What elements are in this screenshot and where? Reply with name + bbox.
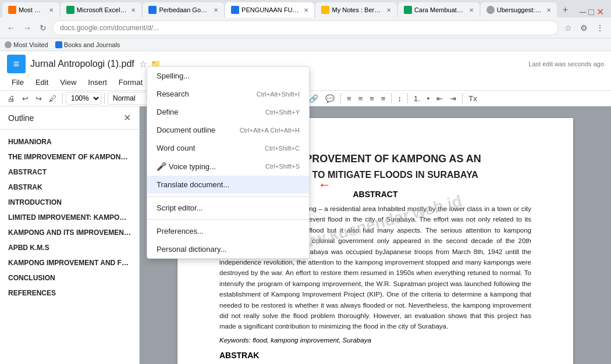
- align-right[interactable]: ≡: [367, 92, 377, 105]
- address-bar[interactable]: docs.google.com/document/d/...: [52, 20, 559, 35]
- align-center[interactable]: ≡: [356, 92, 366, 105]
- tab-uber[interactable]: Ubersuggest: your frie... ✕: [481, 2, 557, 17]
- menu-item-translate[interactable]: Translate document... ←: [147, 176, 309, 194]
- redo-button[interactable]: ↪: [33, 92, 45, 105]
- tab-close-2[interactable]: ✕: [131, 7, 136, 13]
- sidebar-item-introduction[interactable]: INTRODUCTION: [0, 195, 139, 210]
- tab-active[interactable]: PENGUNAAN FUNGSI ... ✕: [225, 2, 314, 17]
- sidebar: Outline ✕ HUMANIORA THE IMPROVEMENT OF K…: [0, 106, 140, 364]
- menu-item-script-editor[interactable]: Script editor...: [147, 199, 309, 217]
- toolbar-sep-7: [340, 93, 341, 104]
- menu-dots[interactable]: ⋮: [594, 21, 606, 35]
- reload-button[interactable]: ↻: [37, 21, 49, 35]
- menu-shortcut-voice: Ctrl+Shift+S: [265, 163, 300, 170]
- undo-button[interactable]: ↩: [19, 92, 31, 105]
- sidebar-close-button[interactable]: ✕: [123, 112, 131, 123]
- maximize-button[interactable]: □: [588, 7, 594, 17]
- menu-edit[interactable]: Edit: [31, 76, 53, 89]
- navigation-bar: ← → ↻ docs.google.com/document/d/... ☆ ⚙…: [0, 17, 611, 38]
- tab-favicon-5: [321, 6, 329, 14]
- menu-label-personal-dict: Personal dictionary...: [157, 245, 300, 254]
- tab-close-4[interactable]: ✕: [304, 7, 308, 13]
- print-button[interactable]: 🖨: [5, 92, 18, 105]
- sidebar-list: HUMANIORA THE IMPROVEMENT OF KAMPONG AS.…: [0, 130, 139, 364]
- menu-item-preferences[interactable]: Preferences...: [147, 222, 309, 240]
- menu-file[interactable]: File: [7, 76, 29, 89]
- star-icon[interactable]: ☆: [139, 59, 147, 70]
- tab-cara[interactable]: Cara Membuat Garis V... ✕: [398, 2, 479, 17]
- toolbar-sep-10: [462, 93, 463, 104]
- tab-most-visited[interactable]: Most Visited ✕: [2, 2, 59, 17]
- tab-favicon-7: [486, 6, 495, 14]
- sidebar-item-kampong-improvement[interactable]: KAMPONG AND ITS IMPROVEMENT D...: [0, 225, 139, 240]
- menu-view[interactable]: View: [55, 76, 81, 89]
- toolbar-sep-8: [391, 93, 392, 104]
- align-left[interactable]: ≡: [344, 92, 354, 105]
- menu-item-document-outline[interactable]: Document outline Ctrl+Alt+A Ctrl+Alt+H: [147, 121, 309, 139]
- sidebar-item-references[interactable]: REFERENCES: [0, 286, 139, 301]
- tab-close-5[interactable]: ✕: [386, 7, 391, 13]
- bookmark-most-visited[interactable]: Most Visited: [5, 41, 48, 48]
- indent-increase[interactable]: ⇥: [447, 92, 459, 105]
- sidebar-item-improvement[interactable]: THE IMPROVEMENT OF KAMPONG AS...: [0, 149, 139, 165]
- menu-format[interactable]: Format: [114, 76, 147, 89]
- sidebar-item-abstract[interactable]: ABSTRACT: [0, 165, 139, 180]
- sidebar-item-apbd[interactable]: APBD K.M.S: [0, 240, 139, 255]
- sidebar-item-conclusion[interactable]: CONCLUSION: [0, 270, 139, 286]
- bookmark-books-journals[interactable]: Books and Journals: [55, 41, 120, 48]
- sidebar-item-limited[interactable]: LIMITED IMPROVEMENT: KAMPONG I...: [0, 210, 139, 225]
- tab-google-ads[interactable]: Perbedaan Google Ads... ✕: [143, 2, 224, 17]
- tab-favicon-6: [404, 6, 412, 14]
- menu-item-personal-dictionary[interactable]: Personal dictionary...: [147, 240, 309, 258]
- bookmark-star[interactable]: ☆: [562, 21, 574, 35]
- menu-item-define[interactable]: Define Ctrl+Shift+Y: [147, 103, 309, 121]
- sidebar-item-humaniora[interactable]: HUMANIORA: [0, 134, 139, 149]
- tab-close-3[interactable]: ✕: [214, 7, 218, 13]
- doc-keywords: Keywords: flood, kampong improvement, Su…: [219, 337, 531, 344]
- menu-divider-2: [147, 219, 309, 220]
- comment-button[interactable]: 💬: [322, 92, 338, 105]
- tab-favicon-1: [8, 6, 16, 14]
- tab-label-6: Cara Membuat Garis V...: [414, 6, 464, 13]
- sidebar-item-abstrak[interactable]: ABSTRAK: [0, 180, 139, 195]
- tab-close-1[interactable]: ✕: [49, 7, 54, 13]
- tab-label-5: My Notes : Berbagi cat...: [332, 6, 382, 13]
- menu-shortcut-research: Ctrl+Alt+Shift+I: [257, 91, 300, 98]
- menu-insert[interactable]: Insert: [83, 76, 112, 89]
- tab-label-7: Ubersuggest: your frie...: [497, 6, 542, 13]
- minimize-button[interactable]: ─: [580, 7, 586, 17]
- doc-abstrak-title: ABSTRAK: [219, 351, 531, 360]
- tab-excel[interactable]: Microsoft Excel Tips fr... ✕: [61, 2, 142, 17]
- menu-item-research[interactable]: Research Ctrl+Alt+Shift+I: [147, 85, 309, 103]
- tab-close-7[interactable]: ✕: [546, 7, 551, 13]
- tab-favicon-4: [231, 6, 239, 14]
- zoom-selector[interactable]: 100%: [66, 92, 101, 105]
- menu-item-word-count[interactable]: Word count Ctrl+Shift+C: [147, 139, 309, 157]
- numbered-list[interactable]: 1.: [411, 92, 423, 105]
- new-tab-button[interactable]: +: [558, 2, 573, 17]
- tab-mynotes[interactable]: My Notes : Berbagi cat... ✕: [315, 2, 397, 17]
- extensions-button[interactable]: ⚙: [578, 21, 590, 35]
- menu-shortcut-word-count: Ctrl+Shift+C: [265, 145, 300, 152]
- clear-formatting[interactable]: Tx: [466, 92, 479, 105]
- tools-dropdown-menu[interactable]: Spelling... Research Ctrl+Alt+Shift+I De…: [147, 66, 310, 259]
- gdocs-title[interactable]: Jurnal Antropologi (1).pdf: [30, 59, 134, 69]
- paintformat-button[interactable]: 🖊: [46, 92, 59, 105]
- menu-item-spelling[interactable]: Spelling...: [147, 67, 309, 85]
- menu-label-translate: Translate document...: [157, 180, 300, 189]
- back-button[interactable]: ←: [5, 21, 17, 35]
- indent-decrease[interactable]: ⇤: [434, 92, 446, 105]
- close-window-button[interactable]: ✕: [596, 6, 604, 17]
- line-spacing-button[interactable]: ↕: [395, 92, 404, 105]
- forward-button[interactable]: →: [21, 21, 34, 35]
- tab-close-6[interactable]: ✕: [469, 7, 474, 13]
- bookmark-label-2: Books and Journals: [64, 41, 120, 48]
- menu-item-voice-typing[interactable]: 🎤 Voice typing... Ctrl+Shift+S: [147, 157, 309, 176]
- menu-label-spelling: Spelling...: [157, 72, 300, 80]
- align-justify[interactable]: ≡: [378, 92, 389, 105]
- menu-label-voice-typing: Voice typing...: [169, 162, 261, 171]
- toolbar-sep-1: [62, 93, 63, 104]
- bulleted-list[interactable]: •: [424, 92, 433, 105]
- sidebar-item-kampong-flood[interactable]: KAMPONG IMPROVEMENT AND FLOOD: [0, 255, 139, 270]
- tab-favicon-2: [66, 6, 74, 14]
